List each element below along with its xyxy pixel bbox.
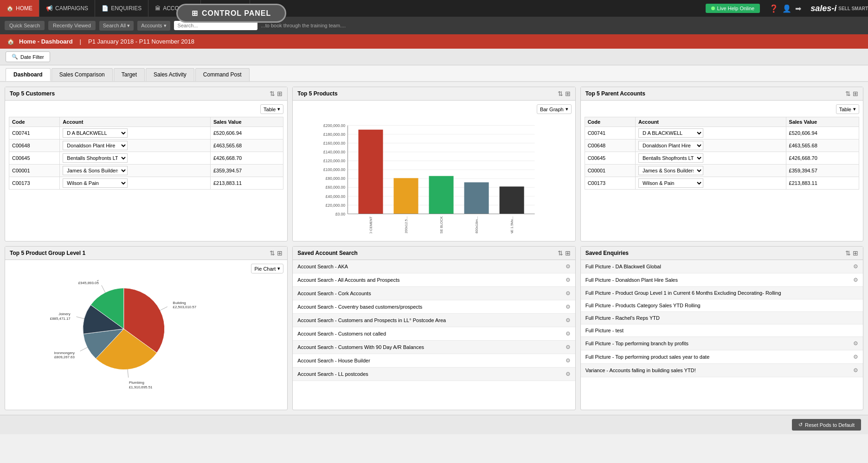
customer-code: C00741	[9, 127, 60, 140]
list-item[interactable]: Full Picture - Top performing product sa…	[581, 350, 863, 364]
svg-text:£180,000.00: £180,000.00	[323, 132, 345, 137]
list-item[interactable]: Variance - Accounts falling in building …	[581, 364, 863, 377]
parent-account[interactable]: Donaldson Plant Hire	[636, 140, 786, 152]
pod-customers-controls: Table ▾	[9, 104, 283, 114]
pod-saved-enquiries-pin-icon[interactable]: ⇅	[845, 249, 851, 257]
pod-customers-expand-icon[interactable]: ⊞	[277, 90, 283, 97]
home-icon: 🏠	[6, 5, 13, 12]
nav-campaigns[interactable]: 📢 CAMPAIGNS	[39, 0, 95, 17]
parent-account-select[interactable]: James & Sons Builders...	[638, 166, 703, 175]
list-item[interactable]: Account Search - House Builder ⚙	[293, 354, 575, 368]
parent-account-select[interactable]: Wilson & Pain	[638, 178, 703, 188]
parent-account[interactable]: D A BLACKWELL	[636, 127, 786, 140]
customer-account[interactable]: D A BLACKWELL	[60, 127, 211, 140]
parent-account[interactable]: James & Sons Builders...	[636, 165, 786, 177]
saved-enquiries-list: Full Picture - DA Blackwell Global ⚙Full…	[581, 260, 863, 377]
live-help-button[interactable]: Live Help Online	[706, 4, 760, 13]
saved-account-item-icon: ⚙	[566, 304, 571, 310]
svg-text:£60,000.00: £60,000.00	[326, 185, 346, 190]
parent-view-chevron: ▾	[853, 106, 856, 112]
customer-code: C00648	[9, 140, 60, 152]
tab-dashboard[interactable]: Dashboard	[6, 68, 51, 81]
tab-target[interactable]: Target	[114, 68, 145, 81]
customer-account[interactable]: James & Sons Builders...	[60, 165, 211, 177]
list-item[interactable]: Account Search - Cork Accounts ⚙	[293, 287, 575, 300]
search-all-select[interactable]: Search All ▾	[99, 21, 134, 31]
list-item[interactable]: Full Picture - Donaldson Plant Hire Sale…	[581, 273, 863, 287]
customers-view-select[interactable]: Table ▾	[260, 104, 283, 114]
parent-account-select[interactable]: Bentalls Shopfronts LTD	[638, 153, 703, 163]
svg-text:TYVEK SUPRO BREATHER MEMBRANE : TYVEK SUPRO BREATHER MEMBRANE 1.5Mx...	[510, 216, 514, 234]
customer-account[interactable]: Bentalls Shopfronts LTD	[60, 152, 211, 165]
bar-chart-svg: £0.00£20,000.00£40,000.00£60,000.00£80,0…	[300, 121, 567, 234]
list-item[interactable]: Full Picture - Products Category Sales Y…	[581, 299, 863, 312]
exit-icon[interactable]: ➡	[795, 4, 801, 13]
list-item[interactable]: Account Search - Customers With 90 Day A…	[293, 341, 575, 354]
customer-account[interactable]: Donaldson Plant Hire	[60, 140, 211, 152]
customer-account-select[interactable]: Wilson & Pain	[63, 178, 128, 188]
pod-products-expand-icon[interactable]: ⊞	[565, 90, 571, 97]
reset-pods-button[interactable]: ↺ Reset Pods to Default	[792, 419, 861, 431]
nav-enquiries[interactable]: 📄 ENQUIRIES	[95, 0, 148, 17]
svg-line-42	[102, 285, 105, 293]
accounts-select[interactable]: Accounts ▾	[137, 21, 170, 31]
list-item[interactable]: Full Picture - Top performing branch by …	[581, 337, 863, 350]
saved-enquiry-item-icon: ⚙	[853, 340, 858, 347]
parent-account[interactable]: Wilson & Pain	[636, 177, 786, 190]
product-group-view-select[interactable]: Pie Chart ▾	[251, 264, 283, 273]
user-icon[interactable]: 👤	[782, 4, 791, 13]
svg-text:CHIPBOARD T&G (M/R) P5 2400x60: CHIPBOARD T&G (M/R) P5 2400x600x18m...	[475, 216, 479, 234]
customer-sales: £463,565.68	[210, 140, 283, 152]
campaigns-icon: 📢	[46, 5, 53, 12]
customers-table: Code Account Sales Value C00741 D A BLAC…	[9, 117, 283, 190]
quick-search-button[interactable]: Quick Search	[5, 21, 45, 30]
saved-enquiry-item-label: Full Picture - Products Category Sales Y…	[585, 303, 701, 308]
tab-sales-activity[interactable]: Sales Activity	[146, 68, 194, 81]
products-view-select[interactable]: Bar Graph ▾	[537, 104, 572, 114]
pod-product-group-pin-icon[interactable]: ⇅	[270, 249, 275, 257]
customer-account-select[interactable]: D A BLACKWELL	[63, 128, 128, 138]
parent-account[interactable]: Bentalls Shopfronts LTD	[636, 152, 786, 165]
parent-account-select[interactable]: D A BLACKWELL	[638, 128, 703, 138]
customer-account-select[interactable]: Bentalls Shopfronts LTD	[63, 153, 128, 163]
recently-viewed-button[interactable]: Recently Viewed	[48, 21, 96, 30]
pod-customers-pin-icon[interactable]: ⇅	[270, 90, 275, 97]
list-item[interactable]: Full Picture - test	[581, 324, 863, 337]
svg-text:£20,000.00: £20,000.00	[326, 203, 346, 208]
pod-parent-pin-icon[interactable]: ⇅	[845, 90, 851, 97]
pod-saved-account-expand-icon[interactable]: ⊞	[565, 249, 571, 257]
accounts-select-label: Accounts	[141, 23, 162, 28]
list-item[interactable]: Full Picture - DA Blackwell Global ⚙	[581, 260, 863, 273]
tab-command-post[interactable]: Command Post	[195, 68, 250, 81]
date-filter-button[interactable]: 🔍 Date Filter	[6, 51, 50, 62]
list-item[interactable]: Account Search - Customers not called ⚙	[293, 327, 575, 341]
pod-product-group-expand-icon[interactable]: ⊞	[277, 249, 283, 257]
customer-account[interactable]: Wilson & Pain	[60, 177, 211, 190]
list-item[interactable]: Account Search - Customers and Prospects…	[293, 314, 575, 327]
svg-text:BAG CASTLE O/PORTLAND CEMENT: BAG CASTLE O/PORTLAND CEMENT	[369, 216, 373, 234]
tab-sales-comparison[interactable]: Sales Comparison	[51, 68, 113, 81]
pod-top5-products-title: Top 5 Products	[297, 90, 337, 97]
nav-home[interactable]: 🏠 HOME	[0, 0, 39, 17]
list-item[interactable]: Account Search - Coventry based customer…	[293, 300, 575, 314]
pod-top5-product-group-title: Top 5 Product Group Level 1	[10, 250, 85, 256]
parent-view-select[interactable]: Table ▾	[836, 104, 859, 114]
list-item[interactable]: Full Picture - Rachel's Reps YTD	[581, 312, 863, 324]
pod-saved-account-pin-icon[interactable]: ⇅	[558, 249, 563, 257]
list-item[interactable]: Account Search - All Accounts and Prospe…	[293, 273, 575, 287]
pod-products-pin-icon[interactable]: ⇅	[558, 90, 563, 97]
help-icon[interactable]: ❓	[769, 4, 778, 13]
list-item[interactable]: Account Search - LL postcodes ⚙	[293, 368, 575, 381]
pod-saved-account-header: Saved Account Search ⇅ ⊞	[293, 247, 575, 260]
saved-account-item-label: Account Search - AKA	[297, 264, 348, 269]
control-panel-overlay: ⊞ CONTROL PANEL	[176, 4, 286, 23]
parent-account-select[interactable]: Donaldson Plant Hire	[638, 141, 703, 150]
list-item[interactable]: Account Search - AKA ⚙	[293, 260, 575, 273]
svg-text:GYPROC WALLBOARD S/E 2400x1200: GYPROC WALLBOARD S/E 2400x1200x12.5...	[405, 216, 409, 234]
customer-account-select[interactable]: Donaldson Plant Hire	[63, 141, 128, 150]
svg-rect-22	[359, 130, 383, 214]
pod-parent-expand-icon[interactable]: ⊞	[853, 90, 858, 97]
pod-saved-enquiries-expand-icon[interactable]: ⊞	[853, 249, 858, 257]
list-item[interactable]: Full Picture - Product Group Level 1 in …	[581, 287, 863, 299]
customer-account-select[interactable]: James & Sons Builders...	[63, 166, 128, 175]
